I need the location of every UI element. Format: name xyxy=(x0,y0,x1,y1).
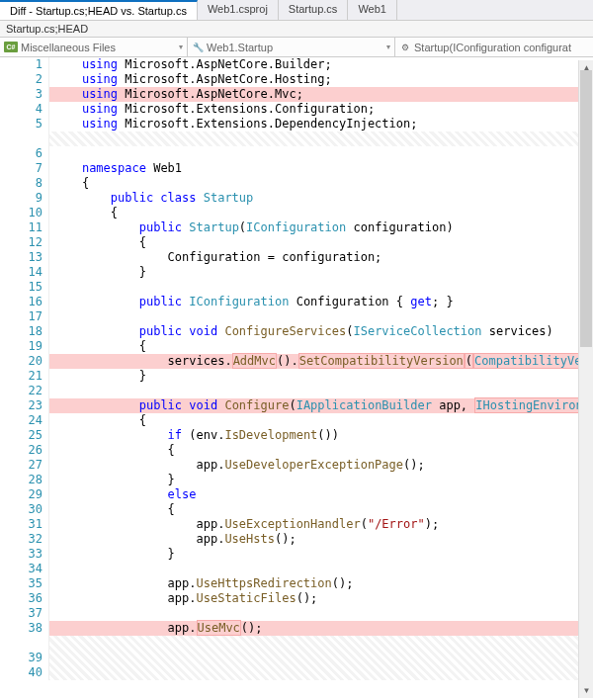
line-number: 25 xyxy=(0,428,42,443)
code-line[interactable]: { xyxy=(49,176,593,191)
line-number: 24 xyxy=(0,413,42,428)
line-number: 14 xyxy=(0,265,42,280)
code-line[interactable] xyxy=(49,131,593,146)
code-line[interactable]: using Microsoft.AspNetCore.Hosting; xyxy=(49,72,593,87)
document-tab[interactable]: Web1 xyxy=(348,0,397,20)
line-number: 38 xyxy=(0,621,42,636)
code-line[interactable] xyxy=(49,562,593,576)
code-line[interactable]: app.UseHsts(); xyxy=(49,532,593,547)
line-number: 17 xyxy=(0,309,42,324)
document-tab[interactable]: Startup.cs xyxy=(279,0,349,20)
code-line[interactable]: using Microsoft.AspNetCore.Builder; xyxy=(49,57,593,72)
code-line[interactable]: } xyxy=(49,265,593,280)
line-number: 9 xyxy=(0,191,42,206)
code-line[interactable]: app.UseHttpsRedirection(); xyxy=(49,576,593,591)
line-number: 33 xyxy=(0,547,42,562)
scrollbar-thumb[interactable] xyxy=(580,70,592,347)
code-line[interactable]: using Microsoft.Extensions.DependencyInj… xyxy=(49,117,593,131)
line-number: 37 xyxy=(0,606,42,621)
line-number: 39 xyxy=(0,651,42,665)
chevron-down-icon: ▾ xyxy=(386,43,390,51)
code-line[interactable]: app.UseStaticFiles(); xyxy=(49,591,593,606)
code-line[interactable]: Configuration = configuration; xyxy=(49,250,593,265)
line-number: 1 xyxy=(0,57,42,72)
code-line[interactable] xyxy=(49,146,593,161)
line-number: 32 xyxy=(0,532,42,547)
code-line[interactable] xyxy=(49,636,593,680)
line-number: 28 xyxy=(0,473,42,487)
line-number: 31 xyxy=(0,517,42,532)
csharp-icon: C# xyxy=(4,42,18,52)
line-number: 12 xyxy=(0,235,42,250)
code-line[interactable]: public class Startup xyxy=(49,191,593,206)
line-number xyxy=(0,636,42,651)
code-line[interactable]: public void Configure(IApplicationBuilde… xyxy=(49,398,593,413)
code-line[interactable]: { xyxy=(49,206,593,220)
code-line[interactable] xyxy=(49,280,593,295)
code-line[interactable]: { xyxy=(49,235,593,250)
line-number: 26 xyxy=(0,443,42,458)
line-number: 3 xyxy=(0,87,42,102)
code-line[interactable] xyxy=(49,309,593,324)
project-dropdown[interactable]: C# Miscellaneous Files ▾ xyxy=(0,38,188,56)
line-number: 35 xyxy=(0,576,42,591)
line-number: 22 xyxy=(0,384,42,398)
member-dropdown[interactable]: ⚙ Startup(IConfiguration configurat xyxy=(395,38,593,56)
sub-tab[interactable]: Startup.cs;HEAD xyxy=(0,21,593,38)
code-line[interactable]: public Startup(IConfiguration configurat… xyxy=(49,220,593,235)
line-number: 18 xyxy=(0,324,42,339)
scroll-down-icon[interactable]: ▼ xyxy=(579,683,593,698)
line-number: 21 xyxy=(0,369,42,384)
project-name: Miscellaneous Files xyxy=(21,42,116,53)
line-number: 27 xyxy=(0,458,42,473)
code-line[interactable]: namespace Web1 xyxy=(49,161,593,176)
line-number: 19 xyxy=(0,339,42,354)
code-line[interactable]: using Microsoft.AspNetCore.Mvc; xyxy=(49,87,593,102)
line-number: 13 xyxy=(0,250,42,265)
method-icon: ⚙ xyxy=(399,42,411,53)
line-number xyxy=(0,131,42,146)
code-line[interactable]: { xyxy=(49,502,593,517)
code-line[interactable]: { xyxy=(49,339,593,354)
code-line[interactable]: app.UseExceptionHandler("/Error"); xyxy=(49,517,593,532)
line-number: 36 xyxy=(0,591,42,606)
line-number: 40 xyxy=(0,665,42,680)
line-number: 30 xyxy=(0,502,42,517)
code-line[interactable]: if (env.IsDevelopment()) xyxy=(49,428,593,443)
vertical-scrollbar[interactable]: ▲ ▼ xyxy=(578,60,593,698)
code-line[interactable]: using Microsoft.Extensions.Configuration… xyxy=(49,102,593,117)
class-icon: 🔧 xyxy=(192,42,204,53)
line-number: 2 xyxy=(0,72,42,87)
line-number: 29 xyxy=(0,487,42,502)
class-name: Web1.Startup xyxy=(207,42,273,53)
line-number: 23 xyxy=(0,398,42,413)
member-name: Startup(IConfiguration configurat xyxy=(414,42,571,53)
line-number: 4 xyxy=(0,102,42,117)
code-line[interactable]: app.UseDeveloperExceptionPage(); xyxy=(49,458,593,473)
code-line[interactable]: public void ConfigureServices(IServiceCo… xyxy=(49,324,593,339)
code-line[interactable]: public IConfiguration Configuration { ge… xyxy=(49,295,593,309)
code-line[interactable]: } xyxy=(49,369,593,384)
line-number: 5 xyxy=(0,117,42,131)
line-number: 34 xyxy=(0,562,42,576)
code-line[interactable]: } xyxy=(49,473,593,487)
code-line[interactable]: { xyxy=(49,443,593,458)
line-number: 11 xyxy=(0,220,42,235)
chevron-down-icon: ▾ xyxy=(179,43,183,51)
line-number: 15 xyxy=(0,280,42,295)
code-line[interactable] xyxy=(49,384,593,398)
document-tab[interactable]: Web1.csproj xyxy=(198,0,279,20)
code-line[interactable]: { xyxy=(49,413,593,428)
code-line[interactable]: else xyxy=(49,487,593,502)
code-line[interactable]: app.UseMvc(); xyxy=(49,621,593,636)
code-line[interactable]: services.AddMvc().SetCompatibilityVersio… xyxy=(49,354,593,369)
document-tab[interactable]: Diff - Startup.cs;HEAD vs. Startup.cs xyxy=(0,0,198,20)
code-area[interactable]: using Microsoft.AspNetCore.Builder; usin… xyxy=(49,57,593,680)
code-line[interactable]: } xyxy=(49,547,593,562)
class-dropdown[interactable]: 🔧 Web1.Startup ▾ xyxy=(188,38,395,56)
code-editor[interactable]: 1234567891011121314151617181920212223242… xyxy=(0,57,593,680)
navigation-bar: C# Miscellaneous Files ▾ 🔧 Web1.Startup … xyxy=(0,38,593,57)
line-number: 8 xyxy=(0,176,42,191)
line-gutter: 1234567891011121314151617181920212223242… xyxy=(0,57,49,680)
code-line[interactable] xyxy=(49,606,593,621)
